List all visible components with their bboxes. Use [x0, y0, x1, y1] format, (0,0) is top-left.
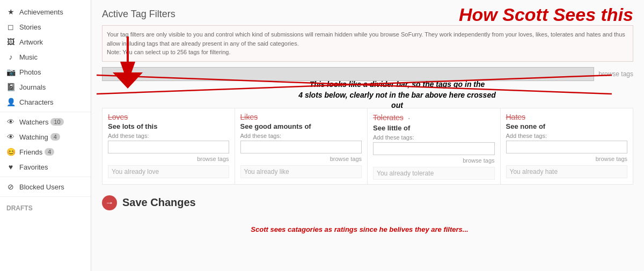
col-tolerates-add-label: Add these tags:	[373, 134, 495, 141]
sidebar-item-blocked-users[interactable]: ⊘ Blocked Users	[0, 179, 91, 194]
save-icon: →	[102, 195, 117, 210]
col-tolerates-already: You already tolerate	[373, 167, 495, 180]
blocked-icon: ⊘	[6, 182, 15, 191]
col-tolerates-header: Tolerates	[373, 113, 404, 122]
col-hates: Hates See none of Add these tags: browse…	[501, 108, 634, 185]
sidebar-item-watching[interactable]: 👁 Watching 4	[0, 129, 91, 144]
col-likes: Likes See good amounts of Add these tags…	[235, 108, 368, 185]
favorites-icon: ♥	[6, 163, 15, 171]
achievements-icon: ★	[6, 8, 15, 16]
col-likes-already: You already like	[240, 165, 362, 178]
photos-icon: 📷	[6, 68, 15, 76]
save-label[interactable]: Save Changes	[122, 196, 196, 209]
col-tolerates-subheader: See little of	[373, 124, 495, 132]
sidebar-item-journals[interactable]: 📓 Journals	[0, 79, 91, 94]
sidebar-item-achievements[interactable]: ★ Achievements	[0, 4, 91, 19]
col-hates-add-label: Add these tags:	[506, 133, 628, 139]
sidebar-item-watchers[interactable]: 👁 Watchers 10	[0, 114, 91, 129]
artwork-icon: 🖼	[6, 38, 15, 46]
watching-icon: 👁	[6, 133, 15, 141]
annotation-text-divider: This looks like a divider bar, so the ta…	[295, 79, 499, 111]
col-loves-browse[interactable]: browse tags	[108, 156, 229, 162]
watchers-badge: 10	[50, 118, 63, 126]
stories-icon: ◻	[6, 23, 15, 31]
col-tolerates: Tolerates · See little of Add these tags…	[368, 108, 501, 185]
sidebar-item-artwork[interactable]: 🖼 Artwork	[0, 34, 91, 49]
col-hates-header: Hates	[506, 113, 628, 121]
col-hates-subheader: See none of	[506, 122, 628, 130]
col-tolerates-input[interactable]	[373, 142, 495, 155]
col-likes-header: Likes	[240, 113, 362, 121]
col-loves-subheader: See lots of this	[108, 122, 229, 130]
col-loves-already: You already love	[108, 165, 229, 178]
section-title: Active Tag Filters	[102, 9, 633, 20]
sidebar-item-characters[interactable]: 👤 Characters	[0, 94, 91, 109]
sidebar-item-favorites[interactable]: ♥ Favorites	[0, 159, 91, 174]
col-hates-already: You already hate	[506, 165, 628, 178]
col-likes-browse[interactable]: browse tags	[240, 156, 362, 162]
friends-icon: 😊	[6, 148, 15, 156]
main-content: How Scott Sees this Active Tag Filters Y…	[91, 0, 644, 271]
col-likes-add-label: Add these tags:	[240, 133, 362, 139]
watching-badge: 4	[50, 133, 60, 141]
sidebar-item-stories[interactable]: ◻ Stories	[0, 19, 91, 34]
tag-input-row: browse tags	[102, 67, 633, 81]
dot-separator: ·	[408, 113, 411, 124]
sidebar-item-photos[interactable]: 📷 Photos	[0, 64, 91, 79]
save-section: → Save Changes	[102, 195, 633, 210]
sidebar: ★ Achievements ◻ Stories 🖼 Artwork ♪ Mus…	[0, 0, 91, 271]
annotation-text-ratings: Scott sees catagories as ratings since h…	[199, 225, 521, 235]
sidebar-item-friends[interactable]: 😊 Friends 4	[0, 144, 91, 159]
col-loves-input[interactable]	[108, 141, 229, 153]
characters-icon: 👤	[6, 98, 15, 106]
watchers-icon: 👁	[6, 118, 15, 126]
info-text: Your tag filters are only visible to you…	[102, 25, 633, 62]
col-loves: Loves See lots of this Add these tags: b…	[102, 108, 235, 185]
col-likes-subheader: See good amounts of	[240, 122, 362, 130]
col-loves-add-label: Add these tags:	[108, 133, 229, 139]
drafts-label: Drafts	[0, 199, 91, 214]
sidebar-item-music[interactable]: ♪ Music	[0, 49, 91, 64]
four-columns: Loves See lots of this Add these tags: b…	[102, 108, 633, 185]
music-icon: ♪	[6, 53, 15, 61]
col-hates-browse[interactable]: browse tags	[506, 156, 628, 162]
col-loves-header: Loves	[108, 113, 229, 121]
main-tag-input[interactable]	[102, 67, 594, 81]
journals-icon: 📓	[6, 83, 15, 91]
col-tolerates-browse[interactable]: browse tags	[373, 157, 495, 164]
browse-tags-top-link[interactable]: browse tags	[598, 70, 633, 78]
friends-badge: 4	[45, 148, 54, 156]
col-hates-input[interactable]	[506, 141, 628, 153]
col-likes-input[interactable]	[240, 141, 362, 153]
